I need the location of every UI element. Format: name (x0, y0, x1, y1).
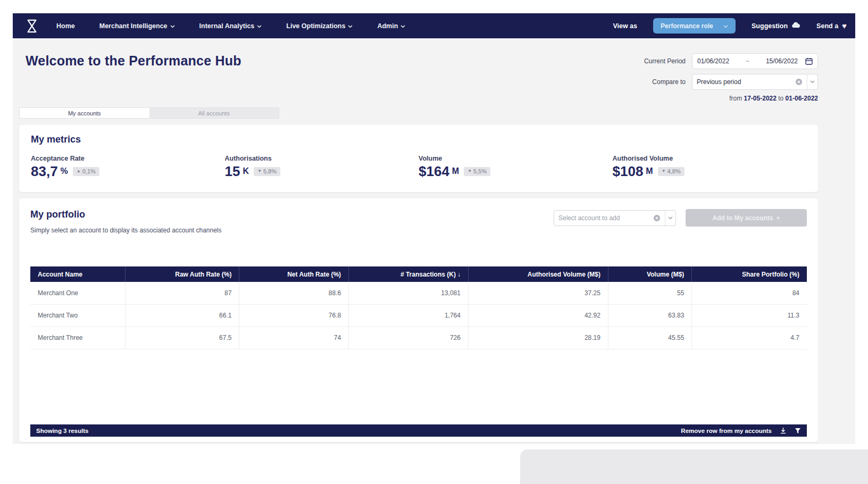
account-select-placeholder: Select account to add (558, 214, 650, 222)
view-as-label: View as (613, 22, 637, 30)
col-authorised-volume[interactable]: Authorised Volume (M$) (468, 266, 608, 282)
app-logo-icon[interactable] (26, 19, 38, 34)
my-metrics-card: My metrics Acceptance Rate 83,7 % ▲ 0,1%… (19, 125, 818, 192)
clear-icon[interactable] (653, 214, 661, 222)
chevron-down-icon (348, 22, 353, 30)
bottom-overlay-pill (520, 449, 868, 484)
delta-badge: ▼ 5,5% (464, 167, 490, 176)
metric-value: $164 (419, 164, 449, 178)
portfolio-subtitle: Simply select an account to display its … (30, 227, 222, 234)
add-to-my-accounts-button[interactable]: Add to My accounts + (686, 209, 807, 227)
metric-unit: M (646, 167, 653, 176)
current-period-label: Current Period (644, 57, 686, 65)
table-row[interactable]: Merchant One 87 88.6 13,081 37.25 55 84 (30, 282, 807, 304)
metric-unit: % (61, 167, 68, 176)
thought-cloud-icon (791, 22, 800, 30)
nav-item-live-optimizations[interactable]: Live Optimizations (286, 22, 353, 30)
download-icon[interactable] (780, 427, 787, 434)
nav-item-internal-analytics[interactable]: Internal Analytics (199, 22, 262, 30)
app-frame: Home Merchant Intelligence Internal Anal… (13, 13, 855, 444)
tab-my-accounts[interactable]: My accounts (20, 108, 149, 118)
compare-to-label: Compare to (652, 78, 686, 86)
chevron-down-icon (170, 22, 175, 30)
metric-volume: Volume $164 M ▼ 5,5% (419, 155, 613, 178)
arrow-down-icon: ▼ (662, 169, 666, 173)
metric-authorisations: Authorisations 15 K ▼ 5,8% (225, 155, 419, 178)
metrics-title: My metrics (31, 134, 806, 145)
my-portfolio-card: My portfolio Simply select an account to… (19, 198, 818, 442)
col-account-name[interactable]: Account Name (30, 266, 126, 282)
chevron-down-icon[interactable] (665, 211, 675, 226)
metric-authorised-volume: Authorised Volume $108 M ▼ 4,8% (613, 155, 807, 178)
date-range-input[interactable]: 01/06/2022 ~ 15/06/2022 (692, 53, 818, 69)
metric-value: 15 (225, 164, 240, 178)
portfolio-table: Account Name Raw Auth Rate (%) Net Auth … (30, 266, 807, 349)
date-start: 01/06/2022 (697, 57, 729, 65)
metric-unit: K (243, 167, 249, 176)
arrow-down-icon: ▼ (468, 169, 472, 173)
table-footer-bar: Showing 3 results Remove row from my acc… (30, 424, 807, 437)
delta-badge: ▼ 4,8% (658, 167, 685, 176)
tab-all-accounts[interactable]: All accounts (149, 108, 279, 118)
col-raw-auth-rate[interactable]: Raw Auth Rate (%) (126, 266, 239, 282)
metric-acceptance-rate: Acceptance Rate 83,7 % ▲ 0,1% (31, 155, 225, 178)
date-end: 15/06/2022 (766, 57, 798, 65)
chevron-down-icon (723, 22, 728, 30)
arrow-down-icon: ▼ (257, 169, 262, 173)
nav-item-merchant-intelligence[interactable]: Merchant Intelligence (99, 22, 175, 30)
suggestion-link[interactable]: Suggestion (752, 22, 800, 30)
top-navbar: Home Merchant Intelligence Internal Anal… (13, 13, 855, 38)
compare-to-value: Previous period (697, 78, 792, 86)
page-title: Welcome to the Performance Hub (19, 53, 241, 102)
col-share-portfolio[interactable]: Share Portfolio (%) (692, 266, 807, 282)
sort-descending-icon: ↓ (457, 271, 461, 278)
col-volume[interactable]: Volume (M$) (608, 266, 691, 282)
col-net-auth-rate[interactable]: Net Auth Rate (%) (239, 266, 349, 282)
delta-badge: ▼ 5,8% (254, 167, 280, 176)
metric-unit: M (452, 167, 459, 176)
metric-value: 83,7 (31, 164, 58, 178)
calendar-icon[interactable] (805, 57, 813, 65)
send-love-link[interactable]: Send a ♥ (816, 22, 847, 30)
role-selector-button[interactable]: Performance role (653, 18, 736, 34)
table-row[interactable]: Merchant Three 67.5 74 726 28.19 45.55 4… (30, 327, 807, 349)
arrow-up-icon: ▲ (77, 169, 81, 173)
table-header-row: Account Name Raw Auth Rate (%) Net Auth … (30, 266, 807, 282)
nav-item-home[interactable]: Home (56, 22, 75, 30)
chevron-down-icon[interactable] (807, 74, 817, 89)
metric-value: $108 (613, 164, 644, 178)
col-transactions[interactable]: # Transactions (K)↓ (349, 266, 469, 282)
compare-to-select[interactable]: Previous period (692, 74, 818, 90)
delta-badge: ▲ 0,1% (73, 167, 99, 176)
nav-item-admin[interactable]: Admin (377, 22, 405, 30)
filter-icon[interactable] (795, 428, 801, 434)
portfolio-title: My portfolio (30, 209, 222, 220)
clear-icon[interactable] (795, 78, 803, 86)
plus-icon: + (777, 214, 780, 222)
chevron-down-icon (257, 22, 262, 30)
remove-row-label[interactable]: Remove row from my accounts (681, 428, 772, 434)
date-separator: ~ (733, 57, 762, 65)
heart-icon: ♥ (842, 22, 847, 30)
chevron-down-icon (400, 22, 405, 30)
comparison-range-text: from 17-05-2022 to 01-06-2022 (637, 95, 818, 102)
table-row[interactable]: Merchant Two 66.1 76.8 1,764 42.92 63.83… (30, 304, 807, 327)
accounts-tabs: My accounts All accounts (19, 107, 279, 119)
page-body: Welcome to the Performance Hub Current P… (13, 38, 855, 444)
account-select-input[interactable]: Select account to add (554, 210, 676, 226)
results-count: Showing 3 results (36, 428, 88, 434)
